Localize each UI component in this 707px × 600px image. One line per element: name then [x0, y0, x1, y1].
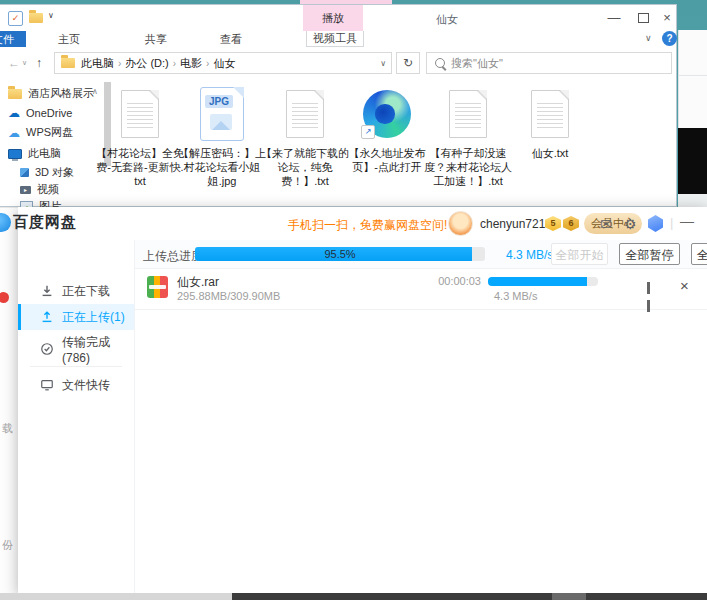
breadcrumb-movies[interactable]: 电影 [180, 56, 202, 71]
photo-glyph [210, 114, 232, 130]
shortcut-arrow-icon: ↗ [361, 125, 375, 139]
upload-filename: 仙女.rar [177, 274, 219, 291]
file-item[interactable]: 【来了就能下载的论坛，纯免费！】.txt [260, 85, 350, 188]
search-input[interactable]: 搜索"仙女" [426, 52, 672, 74]
back-icon[interactable]: ← [8, 56, 20, 70]
desktop-fragment [678, 194, 707, 207]
tab-file[interactable]: 文件 [0, 31, 26, 47]
ribbon-collapse-icon[interactable]: ∨ [645, 33, 652, 43]
background-text: 载 [2, 421, 13, 436]
edge-browser-icon: ↗ [363, 90, 411, 138]
upload-time-remaining: 00:00:03 [433, 275, 481, 287]
promo-link[interactable]: 手机扫一扫，免费赢网盘空间! [288, 217, 447, 234]
baidu-netdisk-logo-text: 百度网盘 [13, 213, 77, 232]
chevron-icon: › [118, 58, 121, 69]
address-dropdown-icon[interactable]: ∨ [380, 59, 386, 68]
sidebar-item-uploading[interactable]: 正在上传(1) [18, 304, 134, 330]
quick-access-properties-icon[interactable]: ✓ [8, 11, 23, 26]
explorer-content: 酒店风格展示 ∧ ☁ OneDrive ☁ WPS网盘 此电脑 3D 对象 [0, 80, 676, 206]
file-item[interactable]: ↗ 【永久地址发布页】-点此打开 [342, 85, 432, 174]
screen: ✓ ∨ 播放 仙女 — × 文件 主页 共享 查看 视频工具 ∨ ? ← ∨ ↑… [0, 0, 707, 600]
up-icon[interactable]: ↑ [36, 56, 42, 70]
taskbar-button[interactable] [552, 593, 586, 600]
chevron-icon: › [173, 58, 176, 69]
cancel-upload-icon[interactable]: × [680, 277, 689, 294]
search-placeholder: 搜索"仙女" [451, 56, 503, 71]
file-item[interactable]: 【村花论坛】全免费-无套路-更新快.txt [95, 85, 185, 188]
total-speed: 4.3 MB/s [506, 248, 553, 262]
divider: | [670, 215, 673, 230]
netdisk-main: 上传总进度 95.5% 4.3 MB/s 全部开始 全部暂停 全部取消 仙女.r… [135, 240, 707, 593]
gear-icon[interactable]: ⚙ [624, 216, 637, 232]
file-item[interactable]: JPG 【解压密码：】上村花论坛看小姐姐.jpg [177, 85, 267, 188]
cancel-all-button[interactable]: 全部取消 [691, 243, 707, 265]
tab-share[interactable]: 共享 [145, 32, 167, 47]
minimize-button[interactable]: — [680, 213, 694, 229]
background-window-strip [678, 30, 707, 128]
contextual-tab-play[interactable]: 播放 [303, 5, 363, 31]
address-bar[interactable]: 此电脑 › 办公 (D:) › 电影 › 仙女 ∨ [54, 52, 392, 74]
netdisk-header: 手机扫一扫，免费赢网盘空间! chenyun721 5 6 会员中心 ✉ ⚙ |… [18, 207, 707, 241]
pause-icon[interactable] [647, 280, 657, 292]
quick-access-dropdown-icon[interactable]: ∨ [48, 11, 54, 20]
sidebar-item-completed[interactable]: 传输完成(786) [18, 336, 134, 362]
3d-cube-icon [20, 168, 29, 177]
rar-file-icon [147, 276, 168, 298]
total-progress-strip: 上传总进度 95.5% 4.3 MB/s 全部开始 全部暂停 全部取消 [135, 240, 707, 269]
breadcrumb-fairy[interactable]: 仙女 [213, 56, 235, 71]
jpg-badge: JPG [205, 95, 233, 108]
breadcrumb-this-pc[interactable]: 此电脑 [81, 56, 114, 71]
breadcrumb-drive-d[interactable]: 办公 (D:) [125, 56, 168, 71]
refresh-button[interactable]: ↻ [396, 52, 420, 74]
sidebar-item-downloading[interactable]: 正在下载 [18, 278, 134, 304]
minimize-button[interactable]: — [607, 11, 621, 25]
file-explorer-window: ✓ ∨ 播放 仙女 — × 文件 主页 共享 查看 视频工具 ∨ ? ← ∨ ↑… [0, 4, 677, 207]
background-video-strip [678, 128, 707, 194]
upload-task-row[interactable]: 仙女.rar 295.88MB/309.90MB 00:00:03 4.3 MB… [135, 269, 707, 310]
help-icon[interactable]: ? [662, 31, 677, 46]
explorer-titlebar: ✓ ∨ 播放 仙女 — × [0, 5, 676, 31]
sidebar-item-quick-transfer[interactable]: 文件快传 [18, 372, 134, 398]
txt-file-icon [449, 90, 487, 138]
baidu-netdisk-window: 手机扫一扫，免费赢网盘空间! chenyun721 5 6 会员中心 ✉ ⚙ |… [18, 207, 707, 593]
avatar[interactable] [448, 211, 473, 236]
upload-size: 295.88MB/309.90MB [177, 290, 280, 302]
wps-cloud-icon: ☁ [8, 128, 20, 138]
download-icon [40, 284, 54, 298]
start-all-button[interactable]: 全部开始 [551, 243, 608, 265]
file-item[interactable]: 仙女.txt [505, 85, 595, 160]
upload-icon [40, 310, 54, 324]
txt-file-icon [531, 90, 569, 138]
window-title: 仙女 [436, 12, 458, 27]
tab-view[interactable]: 查看 [220, 32, 242, 47]
maximize-button[interactable] [636, 11, 650, 25]
tab-video-tools[interactable]: 视频工具 [306, 31, 364, 47]
tab-home[interactable]: 主页 [58, 32, 80, 47]
divider [678, 75, 707, 76]
folder-icon [8, 89, 22, 99]
taskbar-segment [0, 593, 232, 600]
monitor-icon [40, 378, 54, 392]
onedrive-cloud-icon: ☁ [8, 108, 20, 118]
upload-progress-bar [488, 277, 598, 286]
txt-file-icon [286, 90, 324, 138]
mail-icon[interactable]: ✉ [600, 216, 612, 232]
vip-gem-icon[interactable] [648, 215, 663, 232]
ribbon-tab-row: 文件 主页 共享 查看 视频工具 ∨ ? [0, 31, 676, 48]
file-item[interactable]: 【有种子却没速度？来村花论坛人工加速！】.txt [423, 85, 513, 188]
username[interactable]: chenyun721 [480, 217, 545, 231]
history-dropdown-icon[interactable]: ∨ [22, 59, 27, 67]
close-button[interactable]: × [660, 11, 674, 25]
folder-icon [61, 58, 75, 68]
search-icon [435, 58, 445, 68]
level-badge: 6 [563, 216, 579, 231]
divider [30, 366, 122, 367]
total-progress-percent: 95.5% [195, 248, 485, 260]
background-text: 份 [2, 538, 13, 553]
quick-access-new-folder-icon[interactable] [29, 13, 43, 23]
total-progress-label: 上传总进度 [143, 248, 203, 265]
pause-all-button[interactable]: 全部暂停 [619, 243, 680, 265]
video-icon: ▸ [20, 186, 31, 194]
computer-icon [8, 149, 22, 159]
chevron-icon: › [206, 58, 209, 69]
